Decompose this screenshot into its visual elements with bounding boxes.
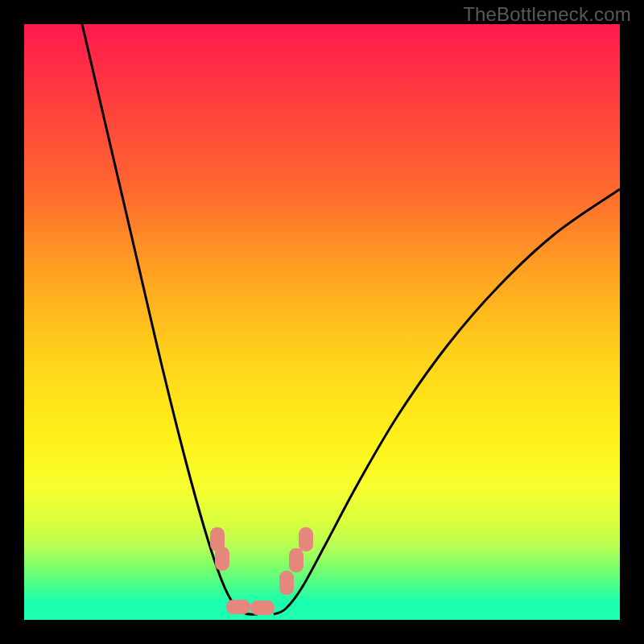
plot-area — [24, 24, 620, 620]
watermark-text: TheBottleneck.com — [463, 3, 631, 26]
curve-marker — [215, 547, 229, 571]
left-curve — [82, 24, 258, 614]
right-curve — [274, 189, 620, 614]
curve-marker — [250, 601, 275, 615]
chart-frame: TheBottleneck.com — [0, 0, 644, 644]
curve-marker — [299, 527, 313, 551]
marker-group — [210, 527, 313, 615]
curve-marker — [226, 600, 250, 614]
curve-marker — [279, 571, 294, 595]
curves-svg — [24, 24, 620, 620]
curve-marker — [289, 548, 303, 572]
